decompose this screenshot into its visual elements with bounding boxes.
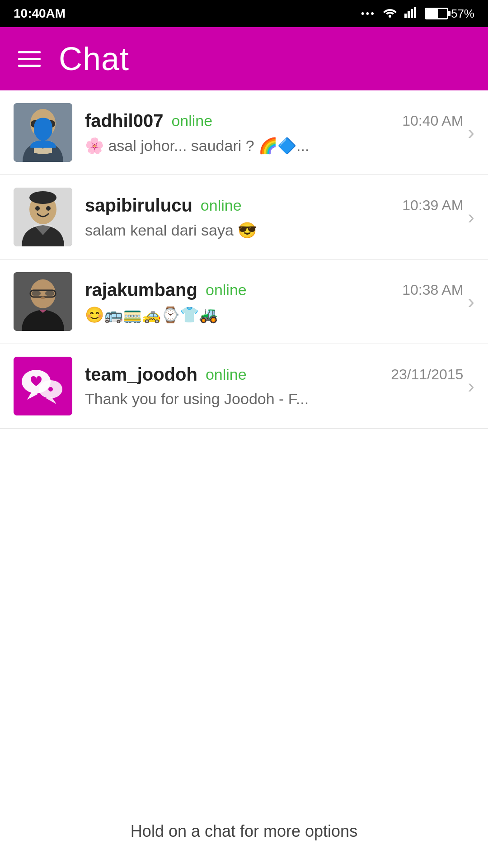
chat-username-team-joodoh: team_joodoh xyxy=(85,364,197,385)
chat-content-team-joodoh: team_joodoh online 23/11/2015 Thank you … xyxy=(85,364,463,408)
svg-point-6 xyxy=(30,109,56,138)
avatar-fadhil007 xyxy=(14,103,72,162)
avatar-rajakumbang xyxy=(14,272,72,331)
chat-time-fadhil007: 10:40 AM xyxy=(402,113,463,129)
chevron-right-icon-sapibirulucu: › xyxy=(468,206,474,228)
battery-icon xyxy=(425,8,448,19)
chat-name-row-team-joodoh: team_joodoh online xyxy=(85,364,247,385)
online-badge-sapibirulucu: online xyxy=(201,197,242,214)
battery-percent: 57% xyxy=(451,7,474,21)
online-badge-rajakumbang: online xyxy=(206,281,247,299)
chat-name-row-sapibirulucu: sapibirulucu online xyxy=(85,195,242,216)
status-icons: ••• 57% xyxy=(361,6,474,21)
svg-rect-2 xyxy=(408,11,410,18)
chat-username-sapibirulucu: sapibirulucu xyxy=(85,195,192,216)
chat-content-rajakumbang: rajakumbang online 10:38 AM 😊🚌🚃🚕⌚👕🚜 xyxy=(85,280,463,324)
svg-rect-3 xyxy=(411,9,413,18)
avatar-team-joodoh xyxy=(14,357,72,415)
svg-rect-19 xyxy=(45,291,54,296)
svg-point-0 xyxy=(389,15,391,18)
chat-name-row-rajakumbang: rajakumbang online xyxy=(85,280,247,300)
chat-header-rajakumbang: rajakumbang online 10:38 AM xyxy=(85,280,463,300)
svg-point-20 xyxy=(41,297,45,299)
chat-preview-team-joodoh: Thank you for using Joodoh - F... xyxy=(85,390,437,408)
svg-rect-7 xyxy=(31,120,55,127)
status-bar: 10:40AM ••• 57% xyxy=(0,0,488,27)
wifi-icon xyxy=(382,6,398,21)
app-bar: Chat xyxy=(0,27,488,90)
hamburger-line-1 xyxy=(18,51,41,53)
avatar-sapibirulucu xyxy=(14,188,72,246)
chat-content-sapibirulucu: sapibirulucu online 10:39 AM salam kenal… xyxy=(85,195,463,239)
chevron-right-icon-team-joodoh: › xyxy=(468,375,474,397)
svg-point-14 xyxy=(46,206,51,211)
online-badge-fadhil007: online xyxy=(171,112,212,130)
signal-bars-icon xyxy=(404,6,418,21)
chat-list: fadhil007 online 10:40 AM 🌸 asal johor..… xyxy=(0,90,488,429)
chat-preview-rajakumbang: 😊🚌🚃🚕⌚👕🚜 xyxy=(85,306,437,324)
online-badge-team-joodoh: online xyxy=(206,366,247,383)
battery-indicator: 57% xyxy=(425,7,474,21)
app-title: Chat xyxy=(59,40,129,77)
chat-time-sapibirulucu: 10:39 AM xyxy=(402,197,463,214)
svg-rect-1 xyxy=(404,14,407,18)
chat-name-row-fadhil007: fadhil007 online xyxy=(85,111,212,131)
hamburger-line-3 xyxy=(18,65,41,67)
svg-rect-8 xyxy=(33,121,42,126)
chat-header-sapibirulucu: sapibirulucu online 10:39 AM xyxy=(85,195,463,216)
status-time: 10:40AM xyxy=(14,6,66,21)
chat-item-fadhil007[interactable]: fadhil007 online 10:40 AM 🌸 asal johor..… xyxy=(0,90,488,175)
chevron-right-icon-rajakumbang: › xyxy=(468,290,474,313)
chat-username-fadhil007: fadhil007 xyxy=(85,111,163,131)
chat-username-rajakumbang: rajakumbang xyxy=(85,280,197,300)
chat-item-team-joodoh[interactable]: team_joodoh online 23/11/2015 Thank you … xyxy=(0,344,488,429)
svg-rect-9 xyxy=(44,121,53,126)
chat-preview-fadhil007: 🌸 asal johor... saudari ? 🌈🔷... xyxy=(85,137,437,155)
chevron-right-icon-fadhil007: › xyxy=(468,121,474,144)
menu-button[interactable] xyxy=(18,51,41,67)
chat-time-rajakumbang: 10:38 AM xyxy=(402,282,463,298)
chat-header-fadhil007: fadhil007 online 10:40 AM xyxy=(85,111,463,131)
chat-item-rajakumbang[interactable]: rajakumbang online 10:38 AM 😊🚌🚃🚕⌚👕🚜 › xyxy=(0,259,488,344)
svg-point-13 xyxy=(35,206,40,211)
bottom-hint: Hold on a chat for more options xyxy=(0,822,488,841)
chat-preview-sapibirulucu: salam kenal dari saya 😎 xyxy=(85,221,437,239)
signal-dots-icon: ••• xyxy=(361,8,375,19)
chat-content-fadhil007: fadhil007 online 10:40 AM 🌸 asal johor..… xyxy=(85,111,463,155)
svg-rect-18 xyxy=(32,291,41,296)
hamburger-line-2 xyxy=(18,58,41,60)
svg-point-12 xyxy=(29,191,56,204)
chat-time-team-joodoh: 23/11/2015 xyxy=(391,366,463,383)
svg-rect-4 xyxy=(414,7,416,18)
svg-point-26 xyxy=(48,387,53,392)
chat-header-team-joodoh: team_joodoh online 23/11/2015 xyxy=(85,364,463,385)
chat-item-sapibirulucu[interactable]: sapibirulucu online 10:39 AM salam kenal… xyxy=(0,175,488,259)
